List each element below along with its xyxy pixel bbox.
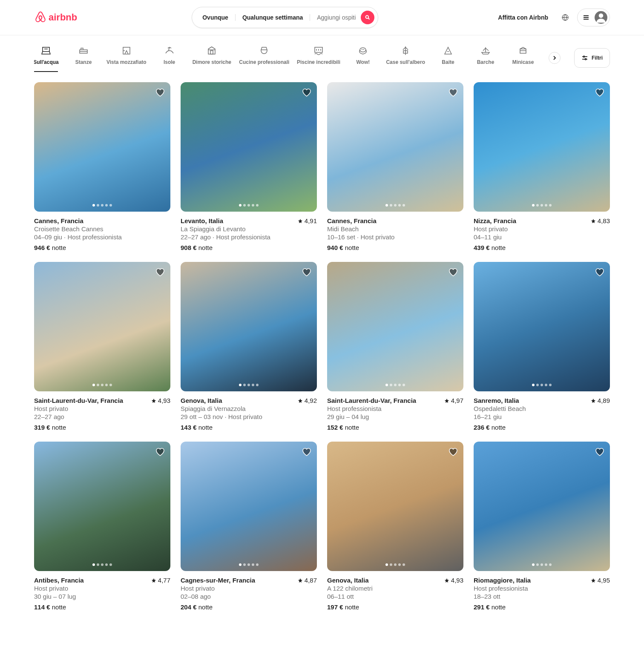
listing-image[interactable] — [181, 82, 317, 212]
category-item[interactable]: Piscine incredibili — [300, 44, 338, 72]
listing-card[interactable]: Levanto, Italia4,91La Spiaggia di Levant… — [181, 82, 317, 252]
listing-card[interactable]: Genova, Italia4,93A 122 chilometri06–11 … — [327, 442, 463, 611]
listing-image[interactable] — [474, 442, 610, 571]
listing-image[interactable] — [474, 262, 610, 391]
wishlist-button[interactable] — [448, 87, 458, 98]
listing-dates: 18–23 ott — [474, 592, 610, 600]
heart-icon — [302, 267, 312, 277]
listing-location: Genova, Italia — [181, 396, 222, 405]
hamburger-icon — [583, 14, 589, 21]
user-menu[interactable] — [577, 9, 610, 26]
listing-card[interactable]: Saint-Laurent-du-Var, Francia4,97Host pr… — [327, 262, 463, 431]
listing-info: Levanto, Italia4,91La Spiaggia di Levant… — [181, 212, 317, 252]
listing-dates: 16–21 giu — [474, 413, 610, 421]
wishlist-button[interactable] — [448, 267, 458, 277]
category-label: Sull'acqua — [34, 59, 59, 65]
listing-card[interactable]: Riomaggiore, Italia4,95Host professionis… — [474, 442, 610, 611]
listing-card[interactable]: Cannes, FranciaMidi Beach10–16 set · Hos… — [327, 82, 463, 252]
listing-card[interactable]: Antibes, Francia4,77Host privato30 giu –… — [34, 442, 170, 611]
category-item[interactable]: Isole — [158, 44, 181, 72]
category-item[interactable]: Sull'acqua — [34, 44, 58, 72]
listing-card[interactable]: Genova, Italia4,92Spiaggia di Vernazzola… — [181, 262, 317, 431]
listing-dates: 06–11 ott — [327, 592, 463, 600]
category-next-button[interactable] — [549, 52, 561, 64]
category-item[interactable]: Dimore storiche — [195, 44, 229, 72]
listing-dates: 02–08 ago — [181, 592, 317, 600]
listing-image[interactable] — [327, 82, 463, 212]
listing-subtitle: Host privato — [34, 405, 170, 413]
language-button[interactable] — [557, 9, 574, 26]
search-where[interactable]: Ovunque — [202, 14, 236, 21]
category-item[interactable]: Cucine professionali — [242, 44, 286, 72]
host-link[interactable]: Affitta con Airbnb — [493, 9, 553, 26]
listing-subtitle: Host professionista — [327, 405, 463, 413]
listing-price: 946 € notte — [34, 244, 170, 252]
listing-rating: 4,87 — [298, 576, 317, 584]
wishlist-button[interactable] — [448, 447, 458, 457]
listing-rating: 4,91 — [298, 217, 317, 225]
search-guests[interactable]: Aggiungi ospiti — [310, 14, 361, 21]
listing-image[interactable] — [181, 262, 317, 391]
wishlist-button[interactable] — [155, 267, 165, 277]
listing-info: Genova, Italia4,92Spiaggia di Vernazzola… — [181, 391, 317, 431]
category-item[interactable]: Vista mozzafiato — [109, 44, 144, 72]
listing-dates: 22–27 ago · Host professionista — [181, 233, 317, 241]
category-item[interactable]: Wow! — [351, 44, 375, 72]
wishlist-button[interactable] — [595, 267, 605, 277]
wishlist-button[interactable] — [302, 87, 312, 98]
wishlist-button[interactable] — [302, 267, 312, 277]
avatar-icon — [595, 11, 607, 23]
listing-location: Sanremo, Italia — [474, 396, 519, 405]
listing-card[interactable]: Nizza, Francia4,83Host privato04–11 giu4… — [474, 82, 610, 252]
star-icon — [298, 218, 303, 224]
search-when[interactable]: Qualunque settimana — [236, 14, 310, 21]
category-item[interactable]: Barche — [474, 44, 497, 72]
heart-icon — [448, 267, 458, 277]
category-label: Case sull'albero — [386, 59, 425, 65]
listing-location: Cannes, Francia — [327, 217, 377, 225]
listing-image[interactable] — [34, 82, 170, 212]
category-item[interactable]: Stanze — [72, 44, 95, 72]
listing-image[interactable] — [474, 82, 610, 212]
heart-icon — [155, 447, 165, 457]
header-right: Affitta con Airbnb — [493, 9, 610, 26]
listing-card[interactable]: Cannes, FranciaCroisette Beach Cannes04–… — [34, 82, 170, 252]
category-item[interactable]: Baite — [436, 44, 460, 72]
svg-point-17 — [585, 59, 586, 60]
listing-image[interactable] — [34, 262, 170, 391]
listing-image[interactable] — [327, 262, 463, 391]
image-pagination — [532, 563, 552, 566]
image-pagination — [239, 384, 259, 386]
wishlist-button[interactable] — [155, 447, 165, 457]
search-pill[interactable]: Ovunque Qualunque settimana Aggiungi osp… — [192, 7, 378, 28]
listing-image[interactable] — [34, 442, 170, 571]
listings-grid: Cannes, FranciaCroisette Beach Cannes04–… — [0, 72, 644, 621]
listing-location: Saint-Laurent-du-Var, Francia — [34, 396, 123, 405]
search-button[interactable] — [361, 11, 374, 24]
chevron-right-icon — [552, 55, 557, 60]
filters-button[interactable]: Filtri — [574, 48, 610, 68]
listing-card[interactable]: Cagnes-sur-Mer, Francia4,87Host privato0… — [181, 442, 317, 611]
listing-info: Cannes, FranciaMidi Beach10–16 set · Hos… — [327, 212, 463, 252]
svg-rect-10 — [210, 51, 213, 54]
logo[interactable]: airbnb — [34, 11, 77, 24]
wishlist-button[interactable] — [302, 447, 312, 457]
heart-icon — [595, 87, 605, 98]
wishlist-button[interactable] — [595, 87, 605, 98]
wishlist-button[interactable] — [595, 447, 605, 457]
listing-price: 908 € notte — [181, 244, 317, 252]
category-item[interactable]: Minicase — [511, 44, 535, 72]
listing-image[interactable] — [181, 442, 317, 571]
listing-card[interactable]: Saint-Laurent-du-Var, Francia4,93Host pr… — [34, 262, 170, 431]
image-pagination — [239, 563, 259, 566]
heart-icon — [302, 447, 312, 457]
listing-image[interactable] — [327, 442, 463, 571]
category-label: Isole — [164, 59, 175, 65]
listing-info: Nizza, Francia4,83Host privato04–11 giu4… — [474, 212, 610, 252]
listing-card[interactable]: Sanremo, Italia4,89Ospedaletti Beach16–2… — [474, 262, 610, 431]
wishlist-button[interactable] — [155, 87, 165, 98]
image-pagination — [532, 384, 552, 386]
category-scroll[interactable]: Sull'acquaStanzeVista mozzafiatoIsoleDim… — [34, 44, 535, 72]
listing-price: 319 € notte — [34, 423, 170, 431]
category-item[interactable]: Case sull'albero — [388, 44, 423, 72]
